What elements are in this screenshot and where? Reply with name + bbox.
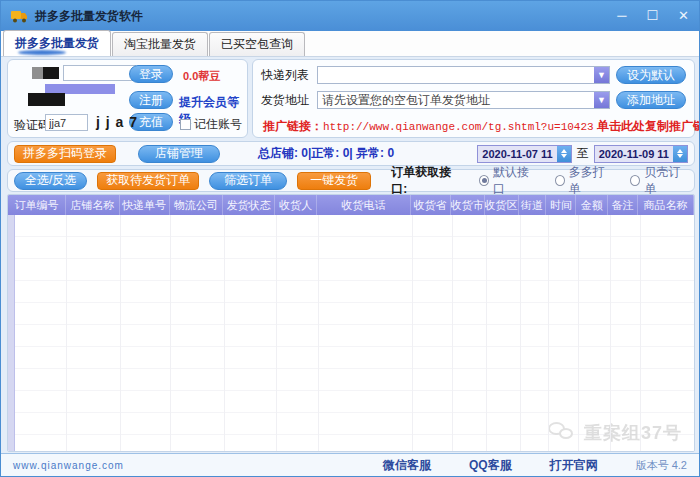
- express-list-dropdown[interactable]: ▼: [317, 66, 610, 84]
- column-header-12[interactable]: 时间: [546, 195, 576, 215]
- tab-empty-package-query[interactable]: 已买空包查询: [209, 32, 305, 56]
- column-header-4[interactable]: 物流公司: [170, 195, 224, 215]
- column-gridline: [224, 215, 225, 451]
- tab-pdd-batch-ship[interactable]: 拼多多批量发货: [3, 30, 111, 56]
- radio-icon[interactable]: [555, 175, 565, 186]
- column-header-3[interactable]: 快递单号: [120, 195, 170, 215]
- date-from-value[interactable]: 2020-11-07 11: [478, 146, 556, 162]
- column-header-10[interactable]: 收货区: [485, 195, 519, 215]
- column-gridline: [120, 215, 121, 451]
- column-header-9[interactable]: 收货市: [451, 195, 485, 215]
- login-button[interactable]: 登录: [129, 65, 173, 83]
- column-header-13[interactable]: 金额: [576, 195, 608, 215]
- orders-table-header: 订单编号店铺名称快递单号物流公司发货状态收货人收货电话收货省收货市收货区街道时间…: [8, 195, 694, 215]
- set-default-button[interactable]: 设为默认: [616, 66, 686, 84]
- one-click-ship-button[interactable]: 一键发货: [297, 172, 371, 190]
- column-header-8[interactable]: 收货省: [411, 195, 451, 215]
- tab-label: 已买空包查询: [221, 37, 293, 51]
- remember-checkbox[interactable]: [180, 119, 191, 130]
- captcha-code-image[interactable]: j j a 7: [96, 114, 138, 130]
- login-panel: 登录 注册 充值 0.0帮豆 提升会员等级 记住账号 验证码 j j a 7: [7, 59, 248, 138]
- ship-address-label: 发货地址: [261, 92, 317, 109]
- balance-text: 0.0帮豆: [183, 69, 220, 84]
- column-header-1[interactable]: 订单编号: [8, 195, 66, 215]
- shipping-panel: 快递列表 ▼ 设为默认 发货地址 请先设置您的空包订单发货地址 ▼ 添加地址 推…: [252, 59, 695, 138]
- order-toolbar: 全选/反选 获取待发货订单 筛选订单 一键发货 订单获取接口: 默认接口 多多打…: [7, 169, 695, 192]
- minimize-button[interactable]: ─: [617, 1, 626, 31]
- username-input[interactable]: [63, 65, 136, 81]
- api-option-duoduo[interactable]: 多多打单: [555, 164, 613, 198]
- orders-table-body-empty[interactable]: [8, 215, 694, 451]
- tab-bar: 拼多多批量发货 淘宝批量发货 已买空包查询: [1, 31, 699, 57]
- promo-url[interactable]: http://www.qianwange.com/tg.shtml?u=1042…: [323, 121, 594, 133]
- api-option-default[interactable]: 默认接口: [479, 164, 537, 198]
- column-gridline: [452, 215, 453, 451]
- watermark: 重案组37号: [548, 421, 682, 445]
- tab-taobao-batch-ship[interactable]: 淘宝批量发货: [112, 32, 208, 56]
- truck-icon: [11, 10, 28, 23]
- status-bar: www.qianwange.com 微信客服 QQ客服 打开官网 版本号 4.2: [1, 453, 699, 476]
- column-gridline: [66, 215, 67, 451]
- tab-label: 拼多多批量发货: [15, 36, 99, 50]
- column-header-15[interactable]: 商品名称: [638, 195, 694, 215]
- open-official-site-link[interactable]: 打开官网: [550, 457, 598, 474]
- watermark-text: 重案组37号: [584, 421, 682, 445]
- shop-manage-button[interactable]: 店铺管理: [138, 145, 220, 163]
- ship-address-value: 请先设置您的空包订单发货地址: [318, 92, 594, 109]
- date-to-picker[interactable]: 2020-11-09 11: [594, 145, 688, 163]
- column-gridline: [276, 215, 277, 451]
- filter-orders-button[interactable]: 筛选订单: [209, 172, 287, 190]
- promo-copy-hint[interactable]: 单击此处复制推广链接: [594, 119, 700, 133]
- column-header-5[interactable]: 发货状态: [223, 195, 275, 215]
- column-header-14[interactable]: 备注: [608, 195, 638, 215]
- remember-account-option[interactable]: 记住账号: [180, 116, 242, 133]
- app-window: 拼多多批量发货软件 ─ ☐ ✕ 拼多多批量发货 淘宝批量发货 已买空包查询 登录…: [0, 0, 700, 477]
- chevron-down-icon[interactable]: ▼: [594, 67, 609, 83]
- ship-address-dropdown[interactable]: 请先设置您的空包订单发货地址 ▼: [317, 91, 610, 109]
- date-spinner-icon[interactable]: [673, 146, 687, 162]
- close-button[interactable]: ✕: [678, 1, 689, 31]
- wechat-support-link[interactable]: 微信客服: [383, 457, 431, 474]
- orders-table: 订单编号店铺名称快递单号物流公司发货状态收货人收货电话收货省收货市收货区街道时间…: [7, 194, 695, 452]
- pdd-scan-login-button[interactable]: 拼多多扫码登录: [14, 145, 116, 163]
- window-controls: ─ ☐ ✕: [617, 1, 689, 31]
- remember-label: 记住账号: [194, 116, 242, 133]
- column-gridline: [170, 215, 171, 451]
- radio-icon[interactable]: [630, 175, 640, 186]
- column-gridline: [412, 215, 413, 451]
- shop-stats-text: 总店铺: 0|正常: 0| 异常: 0: [258, 145, 394, 162]
- express-list-row: 快递列表 ▼ 设为默认: [261, 66, 686, 84]
- redacted-username-label: [32, 67, 59, 79]
- website-link[interactable]: www.qianwange.com: [13, 460, 124, 471]
- add-address-button[interactable]: 添加地址: [616, 91, 686, 109]
- chat-bubbles-icon: [548, 422, 578, 444]
- column-header-2[interactable]: 店铺名称: [66, 195, 120, 215]
- fetch-pending-orders-button[interactable]: 获取待发货订单: [97, 172, 199, 190]
- date-to-label: 至: [577, 145, 589, 162]
- column-gridline: [486, 215, 487, 451]
- column-gridline: [640, 215, 641, 451]
- column-header-6[interactable]: 收货人: [275, 195, 317, 215]
- column-header-7[interactable]: 收货电话: [317, 195, 411, 215]
- qq-support-link[interactable]: QQ客服: [469, 457, 512, 474]
- api-option-label: 默认接口: [493, 164, 537, 198]
- date-from-picker[interactable]: 2020-11-07 11: [477, 145, 571, 163]
- order-api-label: 订单获取接口:: [391, 164, 461, 198]
- promo-link-line[interactable]: 推广链接：http://www.qianwange.com/tg.shtml?u…: [263, 118, 700, 135]
- maximize-button[interactable]: ☐: [646, 1, 658, 31]
- api-option-beike[interactable]: 贝壳订单: [630, 164, 688, 198]
- date-spinner-icon[interactable]: [557, 146, 571, 162]
- date-to-value[interactable]: 2020-11-09 11: [595, 146, 673, 162]
- date-range: 2020-11-07 11 至 2020-11-09 11: [477, 145, 688, 163]
- register-button[interactable]: 注册: [129, 91, 173, 109]
- redacted-password-label: [28, 93, 65, 106]
- chevron-down-icon[interactable]: ▼: [594, 92, 609, 108]
- ship-address-row: 发货地址 请先设置您的空包订单发货地址 ▼ 添加地址: [261, 91, 686, 109]
- column-header-11[interactable]: 街道: [519, 195, 547, 215]
- captcha-input[interactable]: [45, 114, 88, 131]
- radio-selected-icon[interactable]: [479, 175, 489, 186]
- footer-links: 微信客服 QQ客服 打开官网 版本号 4.2: [383, 457, 687, 474]
- select-all-button[interactable]: 全选/反选: [14, 172, 87, 190]
- active-tab-underline: [18, 50, 66, 55]
- api-option-label: 贝壳订单: [644, 164, 688, 198]
